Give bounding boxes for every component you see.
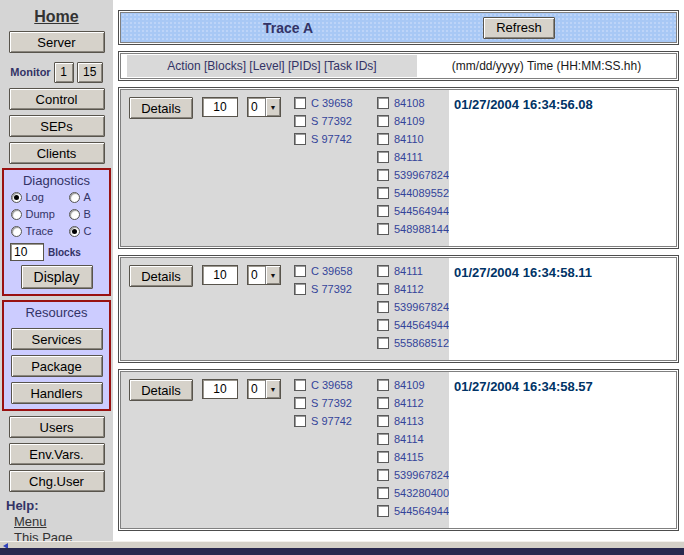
task-checkbox-84109[interactable]: 84109 — [377, 379, 449, 391]
task-checkbox-84111[interactable]: 84111 — [377, 265, 449, 277]
pid-checkbox-list: C 39658 S 77392 — [294, 265, 364, 301]
pid-checkbox-s-97742[interactable]: S 97742 — [294, 415, 364, 427]
trace-entry: Details 0 ▼ C 39658 S 77392 — [118, 369, 679, 531]
chevron-down-icon: ▼ — [265, 266, 280, 284]
window-bottom-bar — [0, 548, 684, 555]
task-checkbox-544564944[interactable]: 544564944 — [377, 205, 449, 217]
checkbox-icon — [294, 115, 306, 127]
task-checkbox-539967824[interactable]: 539967824 — [377, 469, 449, 481]
task-checkbox-84115[interactable]: 84115 — [377, 451, 449, 463]
details-button[interactable]: Details — [129, 379, 193, 401]
radio-option-c[interactable]: C — [69, 225, 103, 237]
pid-label: S 77392 — [311, 397, 352, 409]
task-checkbox-84113[interactable]: 84113 — [377, 415, 449, 427]
blocks-count-input[interactable] — [202, 265, 238, 285]
monitor-row: Monitor 1 15 — [0, 61, 113, 83]
task-checkbox-544089552[interactable]: 544089552 — [377, 187, 449, 199]
task-id-label: 544564944 — [394, 319, 449, 331]
checkbox-icon — [377, 487, 389, 499]
pid-checkbox-s-77392[interactable]: S 77392 — [294, 283, 364, 295]
radio-option-dump[interactable]: Dump — [11, 208, 69, 220]
resource-button-services[interactable]: Services — [11, 328, 103, 350]
sidebar-button-clients[interactable]: Clients — [9, 142, 105, 164]
pid-checkbox-c-39658[interactable]: C 39658 — [294, 97, 364, 109]
level-select[interactable]: 0 ▼ — [247, 265, 281, 285]
pid-checkbox-s-77392[interactable]: S 77392 — [294, 397, 364, 409]
checkbox-icon — [377, 451, 389, 463]
pid-label: S 97742 — [311, 415, 352, 427]
sidebar-bottom-buttons: UsersEnv.Vars.Chg.User — [0, 411, 113, 492]
details-button[interactable]: Details — [129, 97, 193, 119]
sidebar-button-users[interactable]: Users — [9, 416, 105, 438]
level-select-value: 0 — [248, 98, 265, 116]
page-title: Trace A — [121, 20, 455, 36]
task-checkbox-84108[interactable]: 84108 — [377, 97, 449, 109]
sidebar-button-env-vars[interactable]: Env.Vars. — [9, 443, 105, 465]
task-checkbox-544564944[interactable]: 544564944 — [377, 505, 449, 517]
radio-option-b[interactable]: B — [69, 208, 103, 220]
pid-checkbox-c-39658[interactable]: C 39658 — [294, 379, 364, 391]
server-button[interactable]: Server — [9, 31, 105, 53]
task-checkbox-84111[interactable]: 84111 — [377, 151, 449, 163]
resource-button-package[interactable]: Package — [11, 355, 103, 377]
entry-action-cell: Details 0 ▼ C 39658 S 77392 — [121, 372, 449, 528]
pid-checkbox-s-97742[interactable]: S 97742 — [294, 133, 364, 145]
task-checkbox-84110[interactable]: 84110 — [377, 133, 449, 145]
radio-label: Log — [26, 191, 44, 203]
radio-icon — [69, 209, 80, 220]
help-link-menu[interactable]: Menu — [14, 514, 113, 529]
resources-buttons: ServicesPackageHandlers — [6, 323, 107, 404]
column-header-right: (mm/dd/yyyy) Time (HH:MM:SS.hh) — [417, 59, 676, 73]
radio-icon — [11, 209, 22, 220]
task-id-label: 544089552 — [394, 187, 449, 199]
task-id-label: 84111 — [394, 265, 423, 277]
radio-option-log[interactable]: Log — [11, 191, 69, 203]
task-id-label: 539967824 — [394, 169, 449, 181]
entry-timestamp: 01/27/2004 16:34:58.57 — [449, 372, 676, 528]
pid-checkbox-s-77392[interactable]: S 77392 — [294, 115, 364, 127]
radio-option-trace[interactable]: Trace — [11, 225, 69, 237]
task-checkbox-548988144[interactable]: 548988144 — [377, 223, 449, 235]
home-link[interactable]: Home — [34, 8, 78, 26]
radio-option-a[interactable]: A — [69, 191, 103, 203]
task-checkbox-list: 84108 84109 84110 84111 53996782 — [377, 97, 449, 241]
task-checkbox-555868512[interactable]: 555868512 — [377, 337, 449, 349]
monitor-1-button[interactable]: 1 — [54, 62, 74, 83]
task-checkbox-84112[interactable]: 84112 — [377, 283, 449, 295]
checkbox-icon — [377, 397, 389, 409]
blocks-count-input[interactable] — [202, 97, 238, 117]
details-button[interactable]: Details — [129, 265, 193, 287]
task-checkbox-84109[interactable]: 84109 — [377, 115, 449, 127]
chevron-down-icon: ▼ — [265, 380, 280, 398]
task-checkbox-84112[interactable]: 84112 — [377, 397, 449, 409]
resource-button-handlers[interactable]: Handlers — [11, 382, 103, 404]
diagnostics-title: Diagnostics — [6, 173, 107, 188]
sidebar-button-chg-user[interactable]: Chg.User — [9, 470, 105, 492]
diagnostics-panel: Diagnostics Log A Dump B Trace — [2, 168, 111, 296]
sidebar-button-seps[interactable]: SEPs — [9, 115, 105, 137]
horizontal-scrollbar[interactable] — [0, 541, 684, 548]
display-button[interactable]: Display — [21, 265, 93, 289]
task-id-label: 543280400 — [394, 487, 449, 499]
task-checkbox-539967824[interactable]: 539967824 — [377, 169, 449, 181]
monitor-15-button[interactable]: 15 — [77, 62, 103, 83]
diagnostics-radio-group: Log A Dump B Trace C — [6, 191, 107, 237]
trace-panel: Trace A Refresh Action [Blocks] [Level] … — [118, 0, 679, 531]
level-select-value: 0 — [248, 380, 265, 398]
blocks-input[interactable] — [10, 243, 44, 261]
checkbox-icon — [377, 151, 389, 163]
blocks-row: Blocks — [10, 243, 107, 261]
pid-checkbox-c-39658[interactable]: C 39658 — [294, 265, 364, 277]
refresh-button[interactable]: Refresh — [483, 17, 555, 39]
task-checkbox-543280400[interactable]: 543280400 — [377, 487, 449, 499]
level-select[interactable]: 0 ▼ — [247, 379, 281, 399]
checkbox-icon — [377, 415, 389, 427]
task-checkbox-544564944[interactable]: 544564944 — [377, 319, 449, 331]
sidebar-button-control[interactable]: Control — [9, 88, 105, 110]
level-select[interactable]: 0 ▼ — [247, 97, 281, 117]
radio-label: Dump — [26, 208, 55, 220]
checkbox-icon — [377, 97, 389, 109]
task-checkbox-84114[interactable]: 84114 — [377, 433, 449, 445]
task-checkbox-539967824[interactable]: 539967824 — [377, 301, 449, 313]
blocks-count-input[interactable] — [202, 379, 238, 399]
